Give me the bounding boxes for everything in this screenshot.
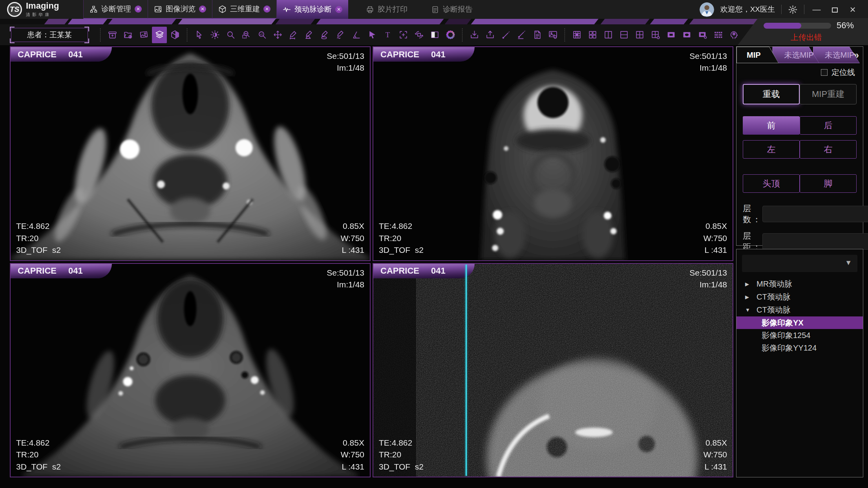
grid-2x2-icon — [635, 30, 645, 40]
layout-grid-tool[interactable] — [569, 27, 584, 43]
series-dropdown[interactable]: ▼ — [742, 255, 857, 272]
pan-tool[interactable] — [270, 27, 285, 43]
tree-collapsed-icon[interactable]: ▶ — [745, 294, 751, 300]
close-icon[interactable]: ✕ — [199, 5, 206, 13]
tab-diagnosis-report[interactable]: 诊断报告 — [425, 0, 479, 19]
close-icon[interactable]: ✕ — [335, 6, 342, 13]
tree-node-mr-carotid[interactable]: ▶ MR颈动脉 — [736, 278, 863, 291]
maximize-button[interactable] — [829, 0, 841, 19]
close-window-button[interactable]: × — [847, 0, 859, 19]
text-annotation-tool[interactable]: T — [380, 27, 395, 43]
zoom-tool[interactable] — [223, 27, 238, 43]
close-icon[interactable]: ✕ — [135, 5, 142, 13]
tab-diagnosis-management[interactable]: 诊断管理 ✕ — [83, 0, 148, 19]
patient-selector[interactable]: 患者：王某某 — [11, 28, 88, 42]
two-column-icon — [603, 30, 613, 40]
layout-2col-tool[interactable] — [601, 27, 616, 43]
rotate-3d-tool[interactable] — [411, 27, 426, 43]
import-box-tool[interactable] — [105, 27, 120, 43]
report-icon — [431, 5, 439, 14]
minimize-button[interactable]: — — [811, 0, 822, 19]
tree-expanded-icon[interactable]: ▼ — [745, 307, 751, 313]
measure-angle-tool[interactable] — [302, 27, 316, 43]
ai-analysis-tool[interactable] — [726, 27, 741, 43]
load-image-tool[interactable] — [136, 27, 151, 43]
brush-icon — [501, 30, 511, 40]
tree-item-impression-1254[interactable]: 影像印象1254 — [736, 329, 863, 342]
direction-back-button[interactable]: 后 — [800, 116, 857, 135]
direction-foot-button[interactable]: 脚 — [800, 174, 857, 193]
layers-tool[interactable] — [152, 27, 167, 43]
layer-spacing-input[interactable] — [762, 233, 868, 250]
layout-quad-tool[interactable] — [585, 27, 600, 43]
draw-line-tool[interactable] — [514, 27, 529, 43]
viewport-bottom-left[interactable]: CAPRICE041 Se:501/13Im:1/48 TE:4.862TR:2… — [10, 263, 371, 478]
brush-line-icon — [517, 30, 526, 40]
tab-mip[interactable]: MIP — [736, 47, 778, 63]
series-number: 041 — [431, 49, 446, 60]
tree-node-ct-carotid-2[interactable]: ▼ CT颈动脉 — [736, 303, 863, 316]
layout-2x2-tool[interactable] — [632, 27, 647, 43]
direction-left-button[interactable]: 左 — [743, 140, 800, 159]
zoom-2x-tool[interactable]: x2 — [254, 27, 269, 43]
brightness-icon — [210, 30, 220, 40]
open-folder-tool[interactable] — [121, 27, 135, 43]
draw-tool[interactable] — [498, 27, 513, 43]
arrow-annotation-tool[interactable] — [364, 27, 379, 43]
layout-close-tool[interactable] — [648, 27, 663, 43]
direction-right-button[interactable]: 右 — [800, 140, 857, 159]
angle-tool[interactable] — [349, 27, 364, 43]
localizer-checkbox[interactable] — [821, 69, 828, 76]
avatar[interactable] — [700, 2, 714, 17]
direction-front-button[interactable]: 前 — [743, 116, 800, 135]
measure-line-tool[interactable] — [286, 27, 301, 43]
measure-ellipse-tool[interactable] — [317, 27, 332, 43]
sequence-info: TE:4.862TR:203D_TOF s2 — [16, 220, 61, 256]
window-level-tool[interactable] — [207, 27, 222, 43]
tab-unselected-mip-1[interactable]: 未选MIP — [772, 47, 819, 63]
tree-item-impression-yx[interactable]: 影像印象YX — [736, 316, 863, 329]
tree-node-label: CT颈动脉 — [757, 292, 791, 302]
shape-rect-close-tool[interactable] — [695, 27, 710, 43]
gear-icon[interactable] — [788, 5, 798, 15]
series-info: Se:501/13Im:1/48 — [689, 267, 727, 291]
tab-film-print[interactable]: 胶片打印 — [360, 0, 413, 19]
reload-button[interactable]: 重载 — [743, 84, 800, 104]
tab-label: 胶片打印 — [378, 4, 408, 15]
tab-unselected-mip-2[interactable]: 未选MIP — [813, 47, 860, 63]
tree-node-ct-carotid-1[interactable]: ▶ CT颈动脉 — [736, 291, 863, 303]
volume-3d-tool[interactable] — [168, 27, 183, 43]
upload-progress-bar — [764, 23, 831, 29]
tab-carotid-diagnosis[interactable]: 颈动脉诊断 ✕ — [276, 0, 348, 19]
layer-count-input[interactable] — [762, 206, 868, 222]
shape-rect-tool[interactable] — [663, 27, 678, 43]
tab-image-browse[interactable]: 图像浏览 ✕ — [148, 0, 212, 19]
mip-rebuild-button[interactable]: MIP重建 — [800, 84, 857, 104]
direction-top-button[interactable]: 头顶 — [743, 174, 800, 193]
cine-tool[interactable] — [711, 27, 725, 43]
brand-subtitle: 清影华康 — [26, 12, 59, 18]
tree-item-impression-yy124[interactable]: 影像印象YY124 — [736, 342, 863, 354]
viewport-top-left[interactable]: CAPRICE041 Se:501/13Im:1/48 TE:4.862TR:2… — [10, 46, 371, 261]
viewport-bottom-right[interactable]: CAPRICE041 Se:501/13Im:1/48 TE:4.862TR:2… — [373, 263, 733, 478]
layout-2row-tool[interactable] — [616, 27, 631, 43]
measure-freehand-tool[interactable] — [333, 27, 348, 43]
close-icon[interactable]: ✕ — [263, 5, 270, 13]
shape-ellipse-tool[interactable] — [679, 27, 694, 43]
tab-3d-reconstruction[interactable]: 三维重建 ✕ — [212, 0, 276, 19]
localizer-line[interactable] — [466, 265, 467, 476]
decorative-ribbon — [0, 19, 868, 24]
export-image-tool[interactable] — [545, 27, 560, 43]
filmstrip-icon — [713, 30, 723, 40]
download-tool[interactable] — [467, 27, 482, 43]
zoom-region-tool[interactable] — [239, 27, 254, 43]
tree-collapsed-icon[interactable]: ▶ — [745, 281, 751, 287]
crop-tool[interactable] — [396, 27, 411, 43]
report-tool[interactable] — [530, 27, 545, 43]
viewport-top-right[interactable]: CAPRICE041 Se:501/13Im:1/48 TE:4.862TR:2… — [373, 46, 733, 261]
select-tool[interactable] — [192, 27, 206, 43]
application-window: TS Imaging 清影华康 诊断管理 ✕ 图像浏览 ✕ 三维重建 ✕ — [0, 0, 868, 488]
pseudo-color-tool[interactable] — [443, 27, 458, 43]
invert-tool[interactable] — [427, 27, 442, 43]
upload-tool[interactable] — [482, 27, 497, 43]
